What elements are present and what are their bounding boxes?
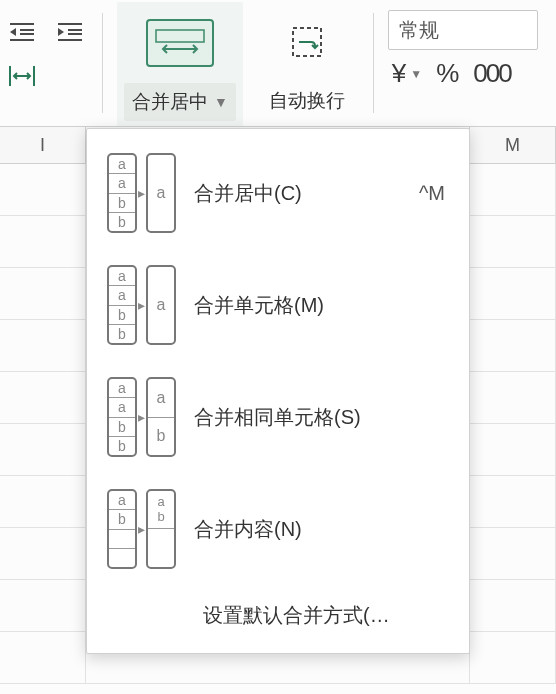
grid-cell[interactable]	[470, 320, 556, 371]
distribute-horizontal-icon	[8, 64, 36, 88]
wrap-text-button[interactable]: 自动换行	[255, 2, 359, 124]
indent-group-2	[52, 2, 88, 106]
menu-item-label: 合并居中(C)	[194, 180, 401, 207]
merge-center-label-row: 合并居中 ▼	[124, 83, 236, 121]
chevron-down-icon: ▼	[214, 94, 228, 110]
number-format-dropdown[interactable]: 常规	[388, 10, 538, 50]
grid-cell[interactable]	[0, 164, 86, 215]
number-format-group: 常规 ¥ ▼ % 000	[388, 2, 538, 89]
indent-group	[4, 2, 40, 106]
grid-cell[interactable]	[0, 632, 86, 683]
menu-item-merge-content[interactable]: ab ▸ ab 合并内容(N)	[87, 473, 469, 585]
menu-item-default-merge-mode[interactable]: 设置默认合并方式(…	[87, 585, 469, 645]
indent-increase-button[interactable]	[52, 14, 88, 50]
merge-center-diagram-icon: aabb ▸ a	[107, 153, 176, 233]
percent-symbol: %	[436, 58, 459, 89]
column-header[interactable]: M	[470, 127, 556, 163]
menu-item-merge-center[interactable]: aabb ▸ a 合并居中(C) ^M	[87, 137, 469, 249]
grid-cell[interactable]	[0, 216, 86, 267]
percent-format-button[interactable]: %	[436, 58, 459, 89]
merge-center-dropdown-button[interactable]: 合并居中 ▼	[117, 2, 243, 126]
indent-decrease-icon	[8, 20, 36, 44]
toolbar-divider	[102, 13, 103, 113]
grid-cell[interactable]	[470, 632, 556, 683]
menu-item-merge-cells[interactable]: aabb ▸ a 合并单元格(M)	[87, 249, 469, 361]
column-header[interactable]: I	[0, 127, 86, 163]
menu-item-label: 合并相同单元格(S)	[194, 404, 449, 431]
thousands-format-button[interactable]: 000	[473, 58, 510, 89]
distribute-horizontal-button[interactable]	[4, 58, 40, 94]
menu-item-merge-same[interactable]: aabb ▸ ab 合并相同单元格(S)	[87, 361, 469, 473]
ribbon-toolbar: 合并居中 ▼ 自动换行 常规 ¥ ▼ % 000	[0, 0, 556, 126]
merge-dropdown-menu: aabb ▸ a 合并居中(C) ^M aabb ▸ a 合并单元格(M) aa…	[86, 128, 470, 654]
grid-cell[interactable]	[0, 268, 86, 319]
spacer-button	[52, 58, 88, 94]
menu-item-label: 合并内容(N)	[194, 516, 449, 543]
menu-item-shortcut: ^M	[419, 182, 449, 205]
currency-format-button[interactable]: ¥ ▼	[392, 58, 422, 89]
grid-cell[interactable]	[470, 476, 556, 527]
merge-same-diagram-icon: aabb ▸ ab	[107, 377, 176, 457]
grid-cell[interactable]	[470, 372, 556, 423]
wrap-text-label: 自动换行	[261, 82, 353, 120]
toolbar-divider-2	[373, 13, 374, 113]
thousands-symbol: 000	[473, 58, 510, 89]
menu-item-label: 合并单元格(M)	[194, 292, 449, 319]
indent-increase-icon	[56, 20, 84, 44]
grid-cell[interactable]	[0, 528, 86, 579]
indent-decrease-button[interactable]	[4, 14, 40, 50]
menu-item-label: 设置默认合并方式(…	[203, 602, 449, 629]
grid-cell[interactable]	[0, 476, 86, 527]
merge-cells-diagram-icon: aabb ▸ a	[107, 265, 176, 345]
grid-cell[interactable]	[470, 528, 556, 579]
merge-content-diagram-icon: ab ▸ ab	[107, 489, 176, 569]
grid-cell[interactable]	[470, 580, 556, 631]
number-format-value: 常规	[399, 17, 439, 44]
grid-cell[interactable]	[470, 268, 556, 319]
wrap-text-icon	[283, 18, 331, 66]
grid-cell[interactable]	[0, 580, 86, 631]
grid-cell[interactable]	[470, 164, 556, 215]
merge-center-label: 合并居中	[132, 89, 208, 115]
grid-cell[interactable]	[0, 372, 86, 423]
grid-cell[interactable]	[470, 216, 556, 267]
currency-symbol: ¥	[392, 58, 406, 89]
merge-center-icon	[146, 19, 214, 67]
grid-cell[interactable]	[470, 424, 556, 475]
grid-cell[interactable]	[0, 424, 86, 475]
grid-cell[interactable]	[0, 320, 86, 371]
chevron-down-icon: ▼	[410, 67, 422, 81]
svg-rect-0	[156, 30, 204, 42]
format-buttons-row: ¥ ▼ % 000	[388, 58, 538, 89]
